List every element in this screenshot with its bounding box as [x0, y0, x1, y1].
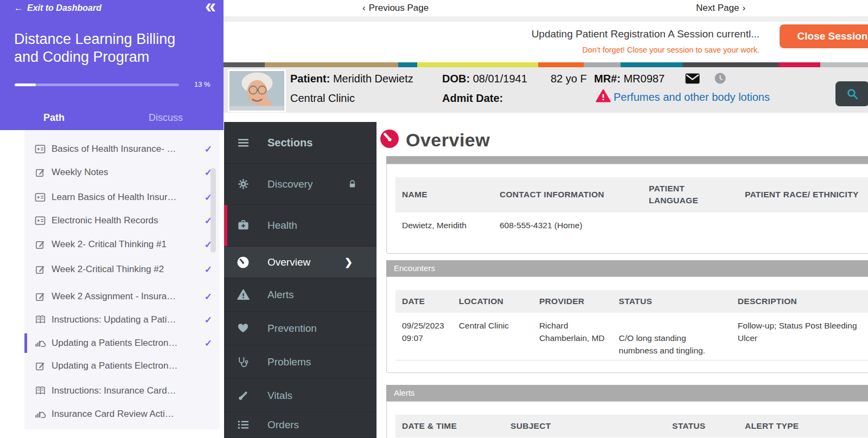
brand-stripe-segment: [584, 62, 621, 67]
mr-value: MR0987: [623, 73, 665, 85]
column-header: DATE & TIME: [395, 415, 504, 437]
list-item-label: Insurance Card Review Acti…: [52, 409, 174, 420]
nav-item-label: Alerts: [267, 289, 294, 301]
cell-description: Follow-up; Status Post Bleeding Ulcer: [731, 313, 868, 360]
course-path-panel: Basics of Health Insurance- … ✓ Weekly N…: [0, 130, 224, 438]
column-header: PATIENT RACE/ ETHNICITY: [738, 177, 868, 212]
tab-path[interactable]: Path: [43, 112, 65, 124]
nav-item-vitals[interactable]: Vitals: [224, 379, 376, 413]
list-scrollbar-thumb[interactable]: [210, 168, 216, 253]
patient-facility: Central Clinic: [290, 92, 355, 105]
brand-stripe-segment: [265, 62, 398, 67]
thermometer-icon: [236, 390, 250, 402]
course-progress-label: 13 %: [194, 80, 210, 88]
list-item[interactable]: Weekly Notes ✓: [24, 161, 220, 184]
activity-icon: [34, 409, 46, 418]
list-item[interactable]: Insurance Card Review Acti…: [24, 403, 220, 426]
nav-item-problems[interactable]: Problems: [224, 345, 376, 379]
cell-status: C/O long standing numbness and tingling.: [612, 313, 731, 360]
brand-stripe-segment: [538, 62, 584, 67]
mr-label: MR#:: [594, 73, 621, 85]
nav-item-health[interactable]: Health: [224, 205, 376, 247]
video-icon: [34, 192, 46, 202]
nav-item-overview[interactable]: Overview ❯: [224, 247, 376, 278]
note-icon: [34, 292, 46, 302]
alerts-section-band: Alerts: [386, 385, 868, 401]
encounters-card: DATE LOCATION PROVIDER STATUS DESCRIPTIO…: [386, 276, 868, 373]
list-item[interactable]: Learn Basics of Health Insur… ✓: [24, 186, 220, 209]
exit-to-dashboard-link[interactable]: ← Exit to Dashboard: [14, 3, 101, 13]
patient-mr-line: MR#: MR0987: [594, 73, 665, 85]
column-header: PROVIDER: [533, 290, 612, 313]
brand-stripe: [224, 62, 868, 67]
column-header: DESCRIPTION: [731, 290, 868, 313]
patient-banner: Patient: Meridith Dewietz Central Clinic…: [224, 67, 868, 113]
lock-icon: [348, 179, 357, 189]
page-nav-bar: ‹ Previous Page Next Page ›: [224, 0, 868, 16]
nav-item-discovery[interactable]: Discovery: [224, 164, 376, 205]
sections-nav-header: Sections: [224, 122, 376, 164]
overview-title: Overview: [406, 130, 490, 151]
table-row: 09/25/2023 09:07 Central Clinic Richard …: [395, 313, 868, 360]
column-header: NAME: [395, 177, 493, 212]
allergy-link[interactable]: Perfumes and other body lotions: [614, 91, 770, 104]
course-progress-fill: [15, 83, 36, 86]
nav-item-alerts[interactable]: Alerts: [224, 278, 376, 312]
list-item[interactable]: Instructions: Updating a Pati… ✓: [24, 308, 220, 331]
list-item-active[interactable]: Updating a Patients Electron… ✓: [24, 332, 220, 355]
patient-label: Patient:: [290, 73, 330, 85]
brand-stripe-segment: [398, 62, 417, 67]
list-item-label: Updating a Patients Electron…: [52, 338, 177, 349]
list-item[interactable]: Week 2-Critical Thinking #2 ✓: [24, 258, 220, 281]
next-page-link[interactable]: Next Page ›: [696, 3, 745, 14]
tab-discuss[interactable]: Discuss: [149, 112, 183, 124]
nav-item-label: Vitals: [267, 390, 292, 402]
nav-item-label: Health: [267, 220, 297, 231]
book-icon: [34, 315, 46, 324]
list-item-label: Weekly Notes: [52, 167, 108, 178]
close-session-button[interactable]: Close Session: [780, 24, 868, 48]
completed-check-icon: ✓: [205, 314, 212, 326]
hamburger-icon[interactable]: [236, 138, 250, 147]
heart-icon: [236, 323, 250, 333]
list-item[interactable]: Week 2- Critical Thinking #1 ✓: [24, 233, 220, 256]
cell-location: Central Clinic: [452, 313, 533, 360]
note-icon: [34, 168, 46, 178]
patient-search-button[interactable]: [835, 81, 868, 106]
course-path-list: Basics of Health Insurance- … ✓ Weekly N…: [24, 130, 220, 429]
course-title: Distance Learning Billing and Coding Pro…: [14, 30, 199, 66]
note-icon: [34, 240, 46, 250]
previous-page-link[interactable]: ‹ Previous Page: [362, 3, 429, 14]
column-header: PATIENT LANGUAGE: [642, 177, 738, 212]
list-item-label: Basics of Health Insurance- …: [52, 144, 176, 154]
brand-stripe-segment: [682, 62, 779, 67]
session-message: Updating Patient Registration A Session …: [532, 28, 760, 40]
collapse-sidebar-icon[interactable]: «: [205, 0, 216, 16]
brand-stripe-segment: [621, 62, 682, 67]
list-item[interactable]: Basics of Health Insurance- … ✓: [24, 138, 220, 160]
nav-item-prevention[interactable]: Prevention: [224, 312, 376, 345]
chevron-right-icon: ❯: [344, 256, 353, 268]
cell-contact: 608-555-4321 (Home): [493, 212, 642, 235]
envelope-icon[interactable]: [685, 73, 700, 86]
list-item[interactable]: Updating a Patients Electron…: [24, 355, 220, 377]
brand-stripe-segment: [820, 62, 868, 67]
nav-item-label: Overview: [267, 256, 310, 268]
list-item-label: Updating a Patients Electron…: [52, 360, 177, 371]
chevron-right-icon: ›: [742, 3, 745, 14]
patient-name: Meridith Dewietz: [333, 73, 413, 85]
video-icon: [34, 216, 46, 226]
completed-check-icon: ✓: [205, 144, 212, 155]
clock-icon[interactable]: [714, 73, 726, 86]
list-item[interactable]: Week 2 Assignment - Insura… ✓: [24, 285, 220, 308]
list-item[interactable]: Electronic Health Records ✓: [24, 209, 220, 232]
cell-race: [738, 212, 868, 235]
demographics-section-band: [386, 156, 868, 164]
next-page-label: Next Page: [696, 3, 739, 14]
gauge-icon: [379, 128, 400, 152]
nav-item-orders[interactable]: Orders: [224, 413, 376, 438]
list-item[interactable]: Instructions: Insurance Card…: [24, 379, 220, 402]
allergy-alert-icon: [596, 89, 611, 105]
encounters-section-band: Encounters: [386, 260, 868, 276]
admit-date-label: Admit Date:: [442, 92, 503, 105]
